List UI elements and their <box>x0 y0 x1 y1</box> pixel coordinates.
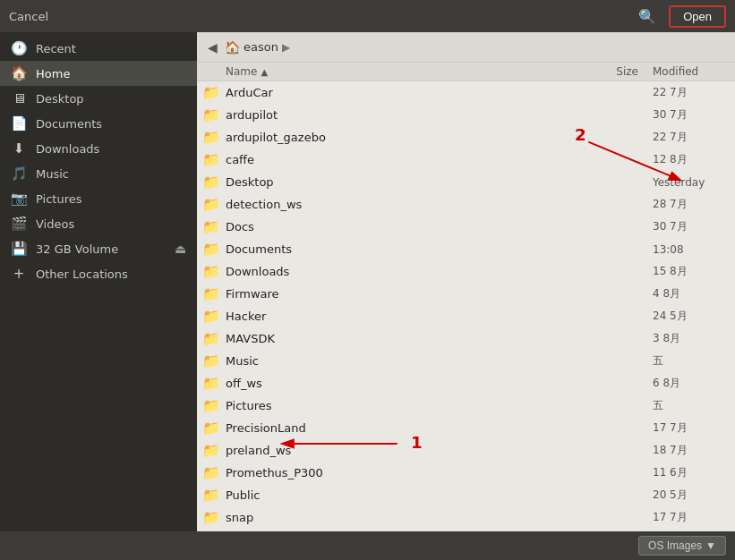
cancel-button[interactable]: Cancel <box>9 10 48 23</box>
file-name: Public <box>226 488 574 502</box>
file-icon: 📁 <box>197 84 226 101</box>
column-size[interactable]: Size <box>574 65 645 78</box>
file-icon: 📁 <box>197 151 226 168</box>
search-button[interactable]: 🔍 <box>633 6 662 27</box>
path-username: eason <box>244 40 278 54</box>
file-icon: 📁 <box>197 129 226 146</box>
sidebar: 🕐Recent🏠Home🖥Desktop📄Documents⬇Downloads… <box>0 32 197 531</box>
file-modified: 22 7月 <box>645 85 735 100</box>
file-name: Docs <box>226 220 574 233</box>
sidebar-icon-documents: 📄 <box>11 115 27 132</box>
file-name: Documents <box>226 242 574 256</box>
sidebar-icon-volume: 💾 <box>11 241 27 257</box>
file-row[interactable]: 📁Documents13:08 <box>197 238 735 260</box>
sidebar-item-other[interactable]: +Other Locations <box>0 261 197 286</box>
file-icon: 📁 <box>197 218 226 235</box>
file-icon: 📁 <box>197 442 226 459</box>
sidebar-item-desktop[interactable]: 🖥Desktop <box>0 86 197 111</box>
file-row[interactable]: 📁Public20 5月 <box>197 484 735 506</box>
open-button[interactable]: Open <box>669 5 726 28</box>
file-icon: 📁 <box>197 397 226 414</box>
file-row[interactable]: 📁Music五 <box>197 350 735 372</box>
file-icon: 📁 <box>197 285 226 302</box>
file-name: ArduCar <box>226 86 574 99</box>
file-modified: 28 7月 <box>645 197 735 212</box>
file-modified: 6 8月 <box>645 376 735 391</box>
file-row[interactable]: 📁preland_ws18 7月 <box>197 439 735 462</box>
sidebar-item-videos[interactable]: 🎬Videos <box>0 211 197 236</box>
sidebar-label-desktop: Desktop <box>36 92 186 106</box>
back-button[interactable]: ◀ <box>204 38 221 56</box>
sidebar-item-volume[interactable]: 💾32 GB Volume⏏ <box>0 236 197 261</box>
file-row[interactable]: 📁Firmware4 8月 <box>197 283 735 305</box>
column-modified[interactable]: Modified <box>645 65 735 78</box>
file-icon: 📁 <box>197 509 226 526</box>
file-modified: Yesterday <box>645 176 735 189</box>
file-row[interactable]: 📁ArduCar22 7月 <box>197 81 735 104</box>
file-modified: 3 8月 <box>645 331 735 346</box>
file-modified: 17 7月 <box>645 420 735 436</box>
file-row[interactable]: 📁snap17 7月 <box>197 506 735 529</box>
file-row[interactable]: 📁MAVSDK3 8月 <box>197 327 735 350</box>
file-modified: 五 <box>645 353 735 369</box>
file-list-header: Name ▲ Size Modified <box>197 63 735 81</box>
file-modified: 20 5月 <box>645 488 735 503</box>
eject-button-volume[interactable]: ⏏ <box>175 242 186 256</box>
file-modified: 15 8月 <box>645 264 735 279</box>
file-icon: 📁 <box>197 420 226 437</box>
file-row[interactable]: 📁Promethus_P30011 6月 <box>197 462 735 484</box>
file-icon: 📁 <box>197 263 226 280</box>
file-row[interactable]: 📁caffe12 8月 <box>197 148 735 171</box>
sidebar-icon-pictures: 📷 <box>11 191 27 207</box>
file-name: caffe <box>226 153 574 166</box>
file-row[interactable]: 📁Downloads15 8月 <box>197 260 735 283</box>
file-name: MAVSDK <box>226 332 574 345</box>
file-list: 📁ArduCar22 7月📁ardupilot30 7月📁ardupilot_g… <box>197 81 735 531</box>
sidebar-item-downloads[interactable]: ⬇Downloads <box>0 136 197 161</box>
file-name: snap <box>226 511 574 524</box>
file-name: Music <box>226 354 574 368</box>
sidebar-icon-videos: 🎬 <box>11 216 27 232</box>
file-modified: 五 <box>645 398 735 413</box>
sidebar-icon-desktop: 🖥 <box>11 90 27 106</box>
file-icon: 📁 <box>197 464 226 481</box>
sidebar-item-home[interactable]: 🏠Home <box>0 61 197 86</box>
file-name: Hacker <box>226 310 574 323</box>
sidebar-item-documents[interactable]: 📄Documents <box>0 111 197 136</box>
sidebar-label-home: Home <box>36 67 186 81</box>
sidebar-label-videos: Videos <box>36 217 186 231</box>
sidebar-label-recent: Recent <box>36 42 186 55</box>
top-bar-actions: 🔍 Open <box>633 5 726 28</box>
file-modified: 30 7月 <box>645 219 735 234</box>
file-row[interactable]: 📁off_ws6 8月 <box>197 372 735 395</box>
file-modified: 11 6月 <box>645 465 735 480</box>
file-row[interactable]: 📁ardupilot30 7月 <box>197 104 735 126</box>
file-modified: 4 8月 <box>645 286 735 301</box>
file-row[interactable]: 📁Hacker24 5月 <box>197 305 735 327</box>
file-row[interactable]: 📁Templates28 5月 <box>197 529 735 531</box>
file-row[interactable]: 📁Docs30 7月 <box>197 216 735 238</box>
file-name: off_ws <box>226 377 574 390</box>
sidebar-item-music[interactable]: 🎵Music <box>0 161 197 186</box>
os-images-button[interactable]: OS Images ▼ <box>638 536 726 556</box>
sidebar-icon-recent: 🕐 <box>11 40 27 56</box>
file-name: PrecisionLand <box>226 421 574 435</box>
sidebar-label-music: Music <box>36 167 186 181</box>
sidebar-label-volume: 32 GB Volume <box>36 242 166 256</box>
file-row[interactable]: 📁DesktopYesterday <box>197 171 735 193</box>
file-row[interactable]: 📁PrecisionLand17 7月 <box>197 417 735 439</box>
file-modified: 12 8月 <box>645 152 735 167</box>
file-row[interactable]: 📁Pictures五 <box>197 395 735 417</box>
sidebar-item-pictures[interactable]: 📷Pictures <box>0 186 197 211</box>
column-name[interactable]: Name ▲ <box>197 65 574 78</box>
file-modified: 22 7月 <box>645 130 735 145</box>
file-modified: 30 7月 <box>645 107 735 123</box>
file-name: Downloads <box>226 265 574 278</box>
path-forward-icon: ▶ <box>282 41 290 54</box>
file-icon: 📁 <box>197 106 226 123</box>
file-modified: 13:08 <box>645 243 735 256</box>
file-row[interactable]: 📁ardupilot_gazebo22 7月 <box>197 126 735 148</box>
sidebar-item-recent[interactable]: 🕐Recent <box>0 36 197 61</box>
file-row[interactable]: 📁detection_ws28 7月 <box>197 193 735 216</box>
file-icon: 📁 <box>197 375 226 392</box>
